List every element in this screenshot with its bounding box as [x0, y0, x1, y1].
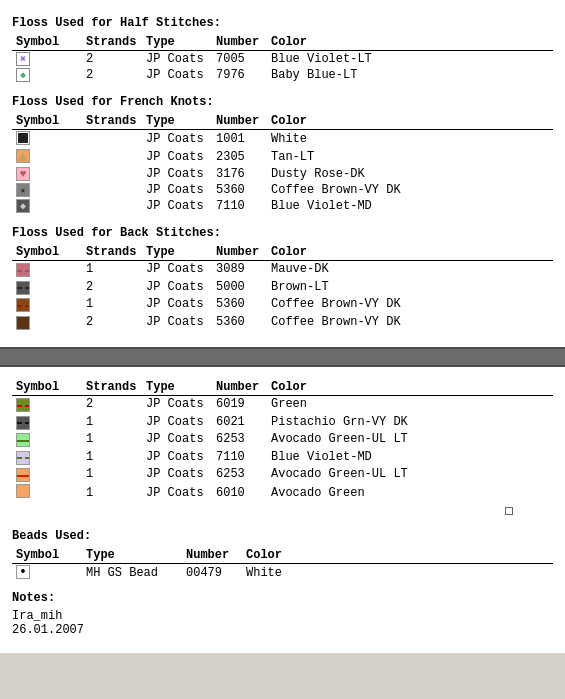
table-row: 1 JP Coats 7110 Blue Violet-MD — [12, 448, 553, 466]
symbol-cell — [12, 483, 82, 503]
type-value: JP Coats — [142, 466, 212, 484]
th-type-hs: Type — [142, 34, 212, 51]
table-row: JP Coats 1001 White — [12, 130, 553, 149]
strands-value: 2 — [82, 51, 142, 68]
table-row: 1 JP Coats 6253 Avocado Green-UL LT — [12, 466, 553, 484]
th-number-bead: Number — [182, 547, 242, 564]
table-row: 1 JP Coats 6021 Pistachio Grn-VY DK — [12, 413, 553, 431]
th-symbol-bs: Symbol — [12, 244, 82, 261]
type-value: JP Coats — [142, 413, 212, 431]
type-value: JP Coats — [142, 448, 212, 466]
half-stitches-table: Symbol Strands Type Number Color ✖ 2 JP … — [12, 34, 553, 83]
page-bottom-section: Symbol Strands Type Number Color 2 JP Co… — [0, 367, 565, 654]
symbol-cell: ★ — [12, 182, 82, 198]
number-value: 7976 — [212, 67, 267, 83]
number-value: 6021 — [212, 413, 267, 431]
table-row: JP Coats 2305 Tan-LT — [12, 148, 553, 166]
symbol-cell: ✖ — [12, 51, 82, 68]
notes-line-1: Ira_mih — [12, 609, 553, 623]
number-value: 7110 — [212, 198, 267, 214]
color-value: Coffee Brown-VY DK — [267, 313, 553, 331]
color-value: Blue Violet-MD — [267, 448, 553, 466]
th-type-fk: Type — [142, 113, 212, 130]
symbol-icon — [16, 398, 30, 412]
bottom-stitches-table: Symbol Strands Type Number Color 2 JP Co… — [12, 379, 553, 504]
type-value: JP Coats — [142, 148, 212, 166]
symbol-cell — [12, 260, 82, 278]
symbol-cell: ◆ — [12, 198, 82, 214]
th-number-bot: Number — [212, 379, 267, 396]
page-top-section: Floss Used for Half Stitches: Symbol Str… — [0, 0, 565, 347]
strands-value: 1 — [82, 466, 142, 484]
strands-value: 2 — [82, 395, 142, 413]
strands-value: 2 — [82, 278, 142, 296]
number-value: 6253 — [212, 431, 267, 449]
scroll-box — [505, 507, 513, 515]
number-value: 5360 — [212, 296, 267, 314]
table-row: • MH GS Bead 00479 White — [12, 564, 553, 582]
color-value: Blue Violet-LT — [267, 51, 553, 68]
type-value: JP Coats — [142, 431, 212, 449]
th-strands-hs: Strands — [82, 34, 142, 51]
th-symbol-fk: Symbol — [12, 113, 82, 130]
th-type-bead: Type — [82, 547, 182, 564]
symbol-icon: ◆ — [16, 68, 30, 82]
type-value-bead: MH GS Bead — [82, 564, 182, 582]
table-row: 2 JP Coats 5000 Brown-LT — [12, 278, 553, 296]
symbol-icon: ★ — [16, 183, 30, 197]
color-value: Dusty Rose-DK — [267, 166, 553, 182]
symbol-icon — [16, 451, 30, 465]
type-value: JP Coats — [142, 483, 212, 503]
symbol-icon — [16, 468, 30, 482]
divider-bar — [0, 347, 565, 367]
notes-section: Notes: Ira_mih 26.01.2007 — [12, 591, 553, 637]
color-value: Avocado Green-UL LT — [267, 466, 553, 484]
table-row: 2 JP Coats 6019 Green — [12, 395, 553, 413]
symbol-cell — [12, 466, 82, 484]
type-value: JP Coats — [142, 166, 212, 182]
table-row: ♥ JP Coats 3176 Dusty Rose-DK — [12, 166, 553, 182]
th-color-bs: Color — [267, 244, 553, 261]
color-value-bead: White — [242, 564, 553, 582]
type-value: JP Coats — [142, 198, 212, 214]
symbol-icon — [16, 433, 30, 447]
symbol-cell — [12, 413, 82, 431]
color-value: Coffee Brown-VY DK — [267, 296, 553, 314]
th-strands-bot: Strands — [82, 379, 142, 396]
color-value: Avocado Green-UL LT — [267, 431, 553, 449]
th-number-bs: Number — [212, 244, 267, 261]
th-strands-bs: Strands — [82, 244, 142, 261]
symbol-icon: ✖ — [16, 52, 30, 66]
strands-value: 1 — [82, 296, 142, 314]
type-value: JP Coats — [142, 395, 212, 413]
table-row: ◆ JP Coats 7110 Blue Violet-MD — [12, 198, 553, 214]
symbol-icon: ♥ — [16, 167, 30, 181]
strands-value: 1 — [82, 483, 142, 503]
th-color-fk: Color — [267, 113, 553, 130]
color-value: Blue Violet-MD — [267, 198, 553, 214]
symbol-cell: ♥ — [12, 166, 82, 182]
strands-value: 1 — [82, 260, 142, 278]
th-color-bot: Color — [267, 379, 553, 396]
beads-table: Symbol Type Number Color • MH GS Bead 00… — [12, 547, 553, 581]
number-value: 6010 — [212, 483, 267, 503]
table-row: ✖ 2 JP Coats 7005 Blue Violet-LT — [12, 51, 553, 68]
symbol-cell-bead: • — [12, 564, 82, 582]
number-value: 2305 — [212, 148, 267, 166]
symbol-cell: ◆ — [12, 67, 82, 83]
symbol-icon: • — [16, 565, 30, 579]
type-value: JP Coats — [142, 260, 212, 278]
color-value: Mauve-DK — [267, 260, 553, 278]
number-value: 5360 — [212, 313, 267, 331]
symbol-cell — [12, 313, 82, 331]
type-value: JP Coats — [142, 51, 212, 68]
color-value: Brown-LT — [267, 278, 553, 296]
symbol-cell — [12, 395, 82, 413]
table-row: 2 JP Coats 5360 Coffee Brown-VY DK — [12, 313, 553, 331]
strands-value: 1 — [82, 431, 142, 449]
color-value: Green — [267, 395, 553, 413]
table-row: ★ JP Coats 5360 Coffee Brown-VY DK — [12, 182, 553, 198]
back-stitches-table: Symbol Strands Type Number Color 1 JP Co… — [12, 244, 553, 331]
th-number-hs: Number — [212, 34, 267, 51]
th-symbol-bot: Symbol — [12, 379, 82, 396]
